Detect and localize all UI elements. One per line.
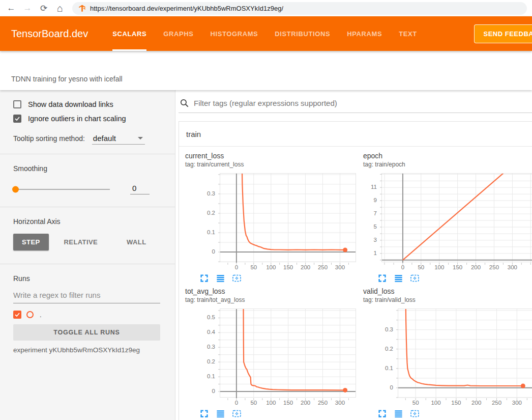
tab-histograms[interactable]: HISTOGRAMS [210,16,258,51]
chart-card-valid-loss: valid_loss tag: train/valid_loss 00.10.2… [357,287,532,418]
run-checkbox-icon[interactable] [13,311,21,319]
url-text[interactable]: https://tensorboard.dev/experiment/yKUbh… [90,5,283,12]
runs-regex-input[interactable] [13,291,160,303]
axis-relative-button[interactable]: RELATIVE [55,234,107,250]
url-bar[interactable]: https://tensorboard.dev/experiment/yKUbh… [72,2,527,15]
app-header: TensorBoard.dev SCALARS GRAPHS HISTOGRAM… [0,16,532,51]
log-axis-icon[interactable] [394,409,403,418]
show-download-links-checkbox[interactable]: Show data download links [13,100,162,108]
fit-data-icon[interactable] [232,409,242,418]
expand-icon[interactable] [377,409,387,418]
ignore-outliers-label: Ignore outliers in chart scaling [28,115,126,123]
chart-title: epoch [363,152,532,160]
horizontal-axis-label: Horizontal Axis [13,217,162,226]
reload-icon[interactable]: ⟳ [38,2,50,14]
tooltip-sorting-value: default [93,134,116,143]
tab-hparams[interactable]: HPARAMS [347,16,382,51]
x-axis-labels: 050100150200250300 [220,398,356,406]
run-color-swatch-icon [26,311,34,318]
back-icon[interactable]: ← [5,2,17,14]
send-feedback-button[interactable]: SEND FEEDBACK [474,24,532,43]
tab-scalars[interactable]: SCALARS [112,16,146,51]
search-icon [180,98,189,108]
expand-icon[interactable] [199,273,209,283]
expand-icon[interactable] [377,273,387,283]
fit-data-icon[interactable] [232,273,242,283]
fit-data-icon[interactable] [410,409,420,418]
browser-chrome: ← → ⟳ ⌂ https://tensorboard.dev/experime… [0,0,532,16]
runs-label: Runs [13,274,162,283]
y-axis-labels: 00.10.20.3 [185,173,220,262]
line-chart-plot[interactable] [381,173,532,262]
fit-data-icon[interactable] [410,273,420,283]
line-chart-plot[interactable] [220,309,356,398]
toggle-all-runs-button[interactable]: TOGGLE ALL RUNS [13,324,160,341]
settings-sidebar: Show data download links Ignore outliers… [0,90,175,420]
y-axis-labels: 1357911 [363,173,381,262]
chart-tag: tag: train/tot_avg_loss [185,296,357,303]
chart-title: tot_avg_loss [185,287,357,295]
chart-title: current_loss [185,152,357,160]
log-axis-icon[interactable] [394,273,403,283]
charts-grid: current_loss tag: train/current_loss 00.… [179,147,532,420]
chart-title: valid_loss [363,287,532,295]
app-logo[interactable]: TensorBoard.dev [11,16,88,51]
experiment-caption: experiment yKUbhb5wRmOSXYkId1z9eg [13,346,162,354]
ignore-outliers-checkbox[interactable]: Ignore outliers in chart scaling [13,115,162,123]
log-axis-icon[interactable] [216,273,225,283]
chart-tag: tag: train/epoch [363,161,532,168]
smoothing-label: Smoothing [13,164,162,173]
line-chart-plot[interactable] [220,173,356,262]
chart-tag: tag: train/valid_loss [363,296,532,303]
x-axis-labels: 050100150200250300 [220,262,356,271]
checkbox-checked-icon[interactable] [13,115,21,123]
x-axis-labels: 50100150200250300 [398,398,532,406]
filter-tags-input[interactable] [194,99,532,107]
experiment-toolbar: TDNN training for yesno with icefall [0,51,532,90]
line-chart-plot[interactable] [398,309,532,398]
y-axis-labels: 00.10.20.3 [363,309,398,398]
run-row: . [13,311,162,319]
experiment-title: TDNN training for yesno with icefall [11,75,123,83]
tab-graphs[interactable]: GRAPHS [163,16,193,51]
smoothing-value-input[interactable] [130,184,150,194]
chart-tag: tag: train/current_loss [185,161,357,168]
forward-icon[interactable]: → [21,2,34,14]
main-panel: train current_loss tag: train/current_lo… [175,90,532,420]
tooltip-sorting-select[interactable]: default [92,134,145,145]
section-header-train[interactable]: train [179,122,532,147]
run-name: . [39,311,42,319]
chart-card-current-loss: current_loss tag: train/current_loss 00.… [179,152,357,283]
tensorboard-favicon-icon [78,5,86,12]
slider-thumb[interactable] [12,186,19,192]
train-section-card: train current_loss tag: train/current_lo… [179,121,532,420]
y-axis-labels: 00.10.20.30.40.5 [185,309,220,398]
expand-icon[interactable] [199,409,209,418]
chart-card-epoch: epoch tag: train/epoch 1357911 050100150… [357,152,532,283]
chart-card-tot-avg-loss: tot_avg_loss tag: train/tot_avg_loss 00.… [179,287,357,418]
axis-step-button[interactable]: STEP [13,234,49,250]
x-axis-labels: 050100150200250300 [382,262,532,271]
chevron-down-icon [138,137,143,139]
nav-tabs: SCALARS GRAPHS HISTOGRAMS DISTRIBUTIONS … [112,16,417,51]
show-download-links-label: Show data download links [28,100,113,108]
log-axis-icon[interactable] [216,409,225,418]
axis-wall-button[interactable]: WALL [118,234,155,250]
smoothing-slider[interactable] [13,189,110,190]
checkbox-unchecked-icon[interactable] [13,100,21,108]
home-icon[interactable]: ⌂ [54,2,66,14]
tab-distributions[interactable]: DISTRIBUTIONS [275,16,330,51]
tab-text[interactable]: TEXT [399,16,417,51]
tooltip-sorting-label: Tooltip sorting method: [13,134,85,143]
